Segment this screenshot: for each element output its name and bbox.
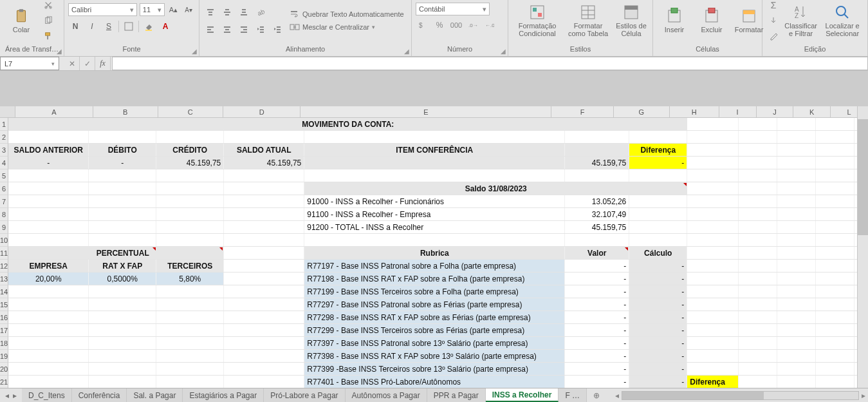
sheet-tab[interactable]: Conferência (72, 388, 127, 402)
cell[interactable]: PERCENTUAL (89, 247, 156, 259)
dialog-launcher-icon[interactable]: ◢ (403, 48, 410, 55)
cell[interactable] (224, 195, 304, 207)
cell[interactable] (816, 208, 854, 220)
cell[interactable]: R77198 - Base INSS RAT x FAP sobre a Fol… (304, 273, 565, 285)
cell[interactable] (224, 221, 304, 233)
accounting-format-button[interactable]: $ (416, 18, 430, 32)
cell[interactable]: - (565, 324, 629, 336)
cell[interactable] (629, 234, 687, 246)
cell[interactable]: R77297 - Base INSS Patronal sobre as Fér… (304, 298, 565, 311)
cell[interactable] (687, 131, 739, 143)
cell[interactable] (224, 247, 304, 259)
cell[interactable] (156, 247, 224, 259)
vertical-scrollbar[interactable] (857, 106, 868, 388)
cell[interactable]: - (629, 157, 687, 169)
cell[interactable]: R77399 -Base INSS Terceiros sobre 13º Sa… (304, 363, 565, 375)
cell[interactable] (739, 169, 777, 182)
sort-filter-button[interactable]: AZ Classificar e Filtrar (783, 4, 818, 37)
cell[interactable] (224, 363, 304, 375)
cell[interactable] (739, 182, 777, 195)
cell[interactable] (89, 363, 156, 375)
align-center-button[interactable] (220, 22, 234, 36)
border-button[interactable] (122, 19, 136, 34)
cell[interactable]: Diferença (687, 376, 739, 388)
cell[interactable]: - (565, 311, 629, 323)
cell[interactable] (816, 376, 854, 388)
cell[interactable] (777, 324, 816, 336)
row-header[interactable]: 5 (0, 169, 8, 182)
row-header[interactable]: 4 (0, 157, 8, 169)
find-select-button[interactable]: Localizar e Selecionar (821, 4, 863, 37)
name-box[interactable]: L7 ▾ (0, 57, 59, 70)
dialog-launcher-icon[interactable]: ◢ (500, 48, 506, 55)
cell[interactable] (777, 298, 816, 311)
cell[interactable] (739, 324, 777, 336)
cell[interactable] (156, 324, 224, 336)
sheet-tab[interactable]: D_C_Itens (22, 388, 72, 402)
cell[interactable] (8, 285, 89, 298)
sheet-tab[interactable]: Pró-Labore a Pagar (264, 388, 345, 402)
row-header[interactable]: 21 (0, 376, 8, 388)
decrease-decimal-button[interactable]: ←.0 (483, 18, 497, 32)
cell[interactable] (565, 169, 629, 182)
cell[interactable] (739, 285, 777, 298)
cell[interactable]: R77401 - Base INSS Pró-Labore/Autônomos (304, 376, 565, 388)
cell[interactable] (816, 118, 854, 130)
cell[interactable] (89, 298, 156, 311)
cell[interactable] (304, 234, 565, 246)
cell[interactable]: 13.052,26 (565, 195, 629, 207)
fill-button[interactable] (766, 14, 780, 28)
comma-format-button[interactable]: 000 (449, 18, 463, 32)
cell[interactable] (8, 221, 89, 233)
cell[interactable] (224, 260, 304, 272)
cell[interactable] (156, 350, 224, 362)
paste-button[interactable]: Colar (4, 8, 39, 34)
cell[interactable]: - (8, 157, 89, 169)
cell[interactable]: 5,80% (156, 273, 224, 285)
cell[interactable] (777, 376, 816, 388)
cell[interactable] (816, 260, 854, 272)
sheet-tab[interactable]: F … (559, 388, 587, 402)
cell[interactable]: MOVIMENTO DA CONTA: (8, 118, 687, 130)
col-header[interactable]: K (793, 106, 831, 117)
horizontal-scrollbar[interactable]: ◂ ▸ (606, 388, 868, 402)
row-header[interactable]: 18 (0, 337, 8, 350)
row-header[interactable]: 15 (0, 298, 8, 311)
cell[interactable] (816, 350, 854, 362)
cell[interactable]: - (565, 337, 629, 349)
cell[interactable] (224, 376, 304, 388)
increase-indent-button[interactable] (270, 22, 284, 36)
cell[interactable]: R77398 - Base INSS RAT x FAP sobre 13º S… (304, 350, 565, 362)
bold-button[interactable]: N (68, 19, 82, 34)
cell[interactable] (687, 273, 739, 285)
cell[interactable] (89, 337, 156, 349)
cell[interactable]: Saldo 31/08/2023 (304, 182, 687, 195)
cell[interactable] (739, 363, 777, 375)
cell[interactable] (777, 208, 816, 220)
cell[interactable] (89, 131, 156, 143)
decrease-indent-button[interactable] (254, 22, 268, 36)
cell[interactable]: - (565, 350, 629, 362)
cell[interactable] (156, 363, 224, 375)
cell[interactable] (304, 157, 565, 169)
cell[interactable]: Rubrica (304, 247, 565, 259)
cell[interactable]: 91000 - INSS a Recolher - Funcionários (304, 195, 565, 207)
row-header[interactable]: 11 (0, 247, 8, 260)
cell[interactable] (156, 376, 224, 388)
italic-button[interactable]: I (85, 19, 99, 34)
cell[interactable] (739, 311, 777, 323)
cell[interactable] (89, 182, 156, 195)
cell[interactable] (816, 221, 854, 233)
cell[interactable] (629, 131, 687, 143)
autosum-button[interactable]: Σ (766, 0, 780, 12)
cell[interactable] (816, 195, 854, 207)
cell[interactable] (739, 337, 777, 349)
cell[interactable] (224, 324, 304, 336)
cell[interactable] (687, 182, 739, 195)
cell[interactable] (777, 363, 816, 375)
row-header[interactable]: 8 (0, 208, 8, 221)
cell[interactable]: - (629, 260, 687, 272)
cell[interactable] (816, 234, 854, 246)
cell[interactable] (777, 157, 816, 169)
cell[interactable] (777, 221, 816, 233)
